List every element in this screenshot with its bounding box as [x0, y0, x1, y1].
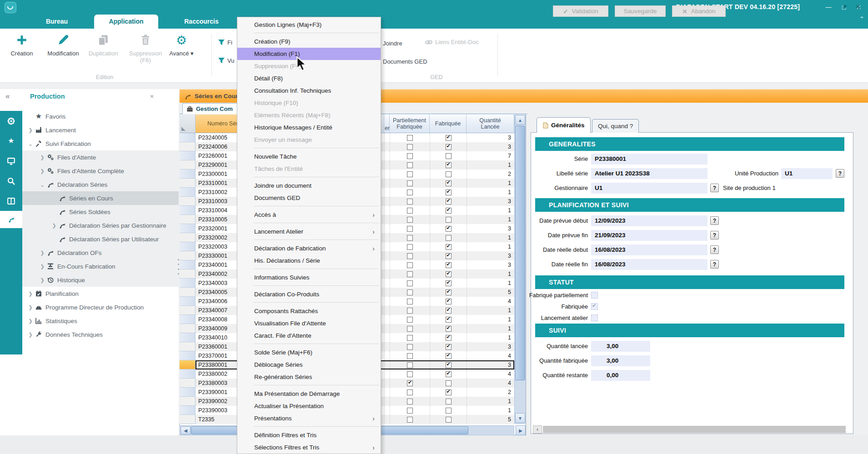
checkbox-fabriquee-checked[interactable] — [446, 199, 452, 205]
cell-fabriquee[interactable] — [430, 151, 467, 160]
row-selector[interactable] — [180, 260, 196, 269]
checkbox-fabriquee-checked[interactable] — [446, 144, 452, 150]
column-header-fabriquee[interactable]: Fabriquée — [430, 115, 467, 133]
cell-partiellement-fabriquee[interactable] — [390, 242, 430, 251]
cell-fabriquee[interactable] — [430, 297, 467, 306]
checkbox-partiellement[interactable] — [407, 326, 413, 332]
sidebar-item-historique[interactable]: ❯Historique — [22, 273, 179, 287]
cell-fabriquee[interactable] — [430, 269, 467, 279]
strip-item-search[interactable] — [0, 171, 22, 191]
cell-quantite-lancee[interactable]: 1 — [467, 406, 514, 415]
row-selector[interactable] — [180, 133, 196, 142]
row-selector[interactable] — [180, 279, 196, 288]
cell-quantite-lancee[interactable]: 2 — [467, 170, 514, 179]
statut-checkbox[interactable] — [591, 314, 598, 321]
checkbox-fabriquee-checked[interactable] — [446, 362, 452, 368]
cell-partiellement-fabriquee[interactable] — [390, 160, 430, 170]
cell-fabriquee[interactable] — [430, 215, 467, 224]
cell-quantite-lancee[interactable]: 1 — [467, 215, 514, 224]
checkbox-fabriquee[interactable] — [446, 171, 452, 177]
checkbox-partiellement[interactable] — [407, 280, 413, 286]
cell-quantite-lancee[interactable]: 3 — [467, 360, 514, 369]
checkbox-fabriquee-checked[interactable] — [446, 135, 452, 141]
cell-quantite-lancee[interactable]: 4 — [467, 369, 514, 379]
cell-fabriquee[interactable] — [430, 133, 467, 142]
row-selector[interactable] — [180, 406, 196, 415]
checkbox-fabriquee[interactable] — [446, 217, 452, 223]
cell-partiellement-fabriquee[interactable] — [390, 188, 430, 197]
date-help-button[interactable]: ? — [710, 260, 719, 269]
cell-fabriquee[interactable] — [430, 315, 467, 324]
checkbox-fabriquee-checked[interactable] — [446, 262, 452, 268]
cell-partiellement-fabriquee[interactable] — [390, 415, 430, 424]
checkbox-fabriquee-checked[interactable] — [446, 180, 452, 186]
menu-item-caract-file-d-attente[interactable]: Caract. File d'Attente — [237, 329, 381, 342]
cell-quantite-lancee[interactable]: 1 — [467, 188, 514, 197]
scroll-left-icon[interactable]: ◀ — [181, 426, 191, 434]
row-selector[interactable] — [180, 379, 196, 388]
checkbox-partiellement[interactable] — [407, 389, 413, 395]
table-corner-cell[interactable] — [180, 115, 196, 133]
checkbox-fabriquee[interactable] — [446, 380, 452, 386]
row-selector[interactable] — [180, 288, 196, 297]
gestionnaire-field[interactable]: U1 — [591, 183, 707, 194]
checkbox-partiellement[interactable] — [407, 235, 413, 241]
column-header-truncated[interactable]: er — [384, 115, 390, 133]
menu-item-gestion-lignes-maj-f3[interactable]: Gestion Lignes (Maj+F3) — [237, 19, 381, 31]
joindre-button[interactable]: Joindre — [383, 40, 402, 47]
cell-fabriquee[interactable] — [430, 415, 467, 424]
row-selector[interactable] — [180, 388, 196, 397]
serie-field[interactable]: P23380001 — [591, 154, 707, 165]
menu-item-actualiser-la-pr-sentation[interactable]: Actualiser la Présentation — [237, 400, 381, 412]
sidebar-item-d-claration-s-ries[interactable]: ⌄Déclaration Séries — [22, 178, 179, 191]
strip-item-columns[interactable] — [0, 191, 22, 211]
cell-fabriquee[interactable] — [430, 351, 467, 360]
cell-partiellement-fabriquee[interactable] — [390, 179, 430, 188]
row-selector[interactable] — [180, 306, 196, 315]
tab-qui-quand[interactable]: Qui, quand ? — [592, 119, 639, 133]
cell-partiellement-fabriquee[interactable] — [390, 133, 430, 142]
date-help-button[interactable]: ? — [710, 216, 719, 225]
suivi-field[interactable]: 0,00 — [591, 370, 650, 381]
documents-ged-button[interactable]: Documents GED — [383, 58, 427, 65]
checkbox-fabriquee-checked[interactable] — [446, 344, 452, 350]
scroll-up-icon[interactable]: ▲ — [515, 115, 525, 125]
cell-fabriquee[interactable] — [430, 197, 467, 206]
row-selector[interactable] — [180, 233, 196, 242]
cell-partiellement-fabriquee[interactable] — [390, 233, 430, 242]
checkbox-partiellement[interactable] — [407, 217, 413, 223]
chevron-right-icon[interactable]: ❯ — [39, 250, 46, 256]
row-selector[interactable] — [180, 224, 196, 233]
row-selector[interactable] — [180, 315, 196, 324]
checkbox-fabriquee[interactable] — [446, 153, 452, 159]
checkbox-partiellement[interactable] — [407, 135, 413, 141]
menu-item-re-g-n-ration-s-ries[interactable]: Re-génération Séries — [237, 371, 381, 383]
checkbox-partiellement[interactable] — [407, 344, 413, 350]
chevron-right-icon[interactable]: ❯ — [27, 291, 34, 297]
filter-button-2[interactable]: Vu — [218, 57, 234, 64]
checkbox-fabriquee-checked[interactable] — [446, 271, 452, 277]
cell-fabriquee[interactable] — [430, 288, 467, 297]
cell-fabriquee[interactable] — [430, 397, 467, 406]
cration-button[interactable]: Création — [4, 32, 40, 57]
cell-quantite-lancee[interactable]: 1 — [467, 242, 514, 251]
checkbox-partiellement[interactable] — [407, 199, 413, 205]
checkbox-fabriquee-checked[interactable] — [446, 280, 452, 286]
cell-quantite-lancee[interactable]: 1 — [467, 233, 514, 242]
menu-item-ma-pr-sentation-de-d-marrage[interactable]: Ma Présentation de Démarrage — [237, 388, 381, 400]
checkbox-partiellement[interactable] — [407, 299, 413, 304]
gestionnaire-help-button[interactable]: ? — [710, 184, 719, 192]
sidebar-item-planification[interactable]: ❯Planification — [22, 287, 179, 300]
sidebar-item-d-claration-ofs[interactable]: ❯Déclaration OFs — [22, 246, 179, 259]
cell-quantite-lancee[interactable]: 3 — [467, 224, 514, 233]
checkbox-fabriquee[interactable] — [446, 235, 452, 241]
row-selector[interactable] — [180, 415, 196, 424]
checkbox-partiellement[interactable] — [407, 190, 413, 195]
row-selector[interactable] — [180, 342, 196, 351]
chevron-right-icon[interactable]: ❯ — [39, 264, 46, 269]
chevron-right-icon[interactable]: ❯ — [27, 318, 34, 324]
strip-item-wheel[interactable] — [0, 111, 22, 131]
row-selector[interactable] — [180, 206, 196, 215]
checkbox-partiellement[interactable] — [407, 399, 413, 404]
checkbox-partiellement[interactable] — [407, 226, 413, 232]
